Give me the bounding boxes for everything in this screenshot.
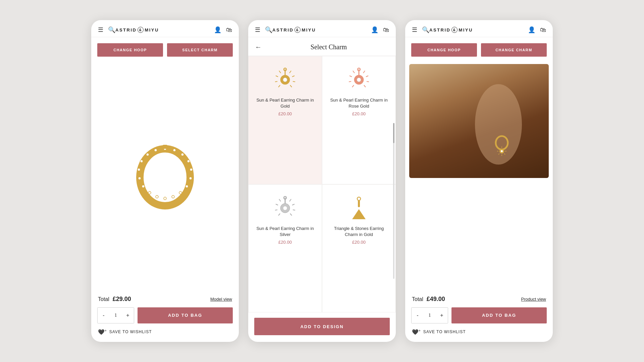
hamburger-icon-right[interactable]: ☰ [412, 26, 417, 34]
qty-minus-left[interactable]: - [98, 308, 110, 323]
add-to-design-button[interactable]: ADD TO DESIGN [254, 318, 390, 335]
svg-point-13 [142, 185, 145, 188]
qty-minus-right[interactable]: - [412, 308, 424, 323]
account-icon-middle[interactable]: 👤 [371, 26, 378, 34]
svg-line-34 [366, 76, 368, 77]
product-view-link-right[interactable]: Product view [521, 297, 546, 302]
account-icon-right[interactable]: 👤 [528, 26, 535, 34]
nav-left-middle: ☰ 🔍 [255, 26, 272, 34]
bag-icon-left[interactable]: 🛍 [226, 26, 232, 34]
svg-line-36 [364, 85, 366, 87]
charm-price-0: £20.00 [278, 111, 292, 116]
wishlist-row-right[interactable]: 🖤+ SAVE TO WISHLIST [405, 327, 553, 342]
charm-price-3: £20.00 [352, 240, 366, 245]
charm-price-1: £20.00 [352, 111, 366, 116]
qty-plus-left[interactable]: + [122, 308, 134, 323]
scrollbar-thumb [393, 123, 394, 143]
charm-cell-3[interactable]: Triangle & Stones Earring Charm in Gold … [322, 184, 396, 313]
svg-line-35 [367, 81, 369, 82]
svg-line-47 [293, 210, 295, 210]
model-photo-right [409, 64, 549, 178]
purchase-row-left: - 1 + ADD TO BAG [91, 305, 239, 327]
wishlist-row-left[interactable]: 🖤+ SAVE TO WISHLIST [91, 327, 239, 342]
total-label-left: Total [98, 296, 109, 302]
nav-left-right: ☰ 🔍 [412, 26, 429, 34]
model-view-link-left[interactable]: Model view [210, 297, 232, 302]
charm-name-1: Sun & Pearl Earring Charm in Rose Gold [328, 97, 390, 109]
hamburger-icon[interactable]: ☰ [98, 26, 103, 34]
svg-point-4 [187, 160, 190, 163]
svg-point-11 [156, 195, 158, 198]
add-to-bag-button-left[interactable]: ADD TO BAG [138, 307, 233, 323]
hoop-svg [125, 135, 205, 216]
scrollbar [393, 123, 394, 279]
charm-cell-1[interactable]: Sun & Pearl Earring Charm in Rose Gold £… [322, 56, 396, 184]
bag-icon-middle[interactable]: 🛍 [383, 26, 389, 34]
svg-line-48 [290, 214, 292, 216]
svg-point-30 [283, 78, 287, 82]
total-amount-right: £49.00 [427, 296, 445, 302]
svg-point-14 [138, 177, 141, 180]
brand-logo-right: ASTRID&MIYU [429, 27, 528, 33]
ampersand-circle-left: & [138, 27, 144, 33]
charm-price-2: £20.00 [278, 240, 292, 245]
charm-cell-2[interactable]: Sun & Pearl Earring Charm in Silver £20.… [248, 184, 322, 313]
change-charm-button-right[interactable]: CHANGE CHARM [481, 43, 547, 57]
qty-plus-right[interactable]: + [436, 308, 448, 323]
brand-logo-left: ASTRID&MIYU [115, 27, 214, 33]
charm-cell-0[interactable]: Sun & Pearl Earring Charm in Gold £20.00 [248, 56, 322, 184]
svg-line-28 [278, 85, 280, 87]
charm-name-3: Triangle & Stones Earring Charm in Gold [328, 226, 390, 238]
back-arrow-icon[interactable]: ← [255, 43, 265, 51]
ear-svg [468, 77, 529, 171]
total-row-left: Total £29.00 Model view [91, 292, 239, 305]
wishlist-label-right: SAVE TO WISHLIST [423, 329, 466, 334]
screen-left: ☰ 🔍 ASTRID&MIYU 👤 🛍 CHANGE HOOP SELECT C… [91, 20, 239, 342]
qty-control-right: - 1 + [411, 307, 448, 323]
svg-line-27 [275, 81, 277, 82]
heart-plus-icon-right: 🖤+ [412, 329, 421, 335]
svg-point-17 [146, 153, 149, 156]
search-icon[interactable]: 🔍 [108, 26, 115, 34]
model-image-area-right [405, 60, 553, 292]
nav-right-left: 👤 🛍 [214, 26, 232, 34]
svg-line-33 [363, 71, 365, 73]
nav-right-right: 👤 🛍 [528, 26, 546, 34]
select-charm-button-left[interactable]: SELECT CHARM [167, 43, 233, 57]
charm-name-0: Sun & Pearl Earring Charm in Gold [254, 97, 316, 109]
select-charm-header: ← Select Charm [248, 37, 396, 56]
svg-point-16 [140, 160, 143, 163]
svg-line-52 [278, 214, 280, 216]
ampersand-circle-right: & [451, 27, 458, 33]
svg-line-51 [275, 210, 277, 210]
purchase-row-right: - 1 + ADD TO BAG [405, 305, 553, 327]
charm-icon-gold-sun [272, 66, 299, 93]
add-to-bag-button-right[interactable]: ADD TO BAG [451, 307, 547, 323]
svg-line-37 [353, 71, 355, 73]
brand-logo-middle: ASTRID&MIYU [272, 27, 371, 33]
hamburger-icon-middle[interactable]: ☰ [255, 26, 260, 34]
change-hoop-button-left[interactable]: CHANGE HOOP [97, 43, 163, 57]
svg-point-9 [172, 195, 174, 198]
wishlist-label-left: SAVE TO WISHLIST [109, 329, 152, 334]
svg-point-12 [148, 191, 151, 194]
svg-rect-19 [163, 145, 167, 149]
bag-icon-right[interactable]: 🛍 [540, 26, 546, 34]
qty-value-left: 1 [110, 308, 122, 323]
screens-container: ☰ 🔍 ASTRID&MIYU 👤 🛍 CHANGE HOOP SELECT C… [0, 7, 644, 355]
screen-middle: ☰ 🔍 ASTRID&MIYU 👤 🛍 ← Select Charm [248, 20, 396, 342]
svg-line-49 [279, 199, 281, 201]
product-image-left [91, 60, 239, 292]
svg-point-8 [179, 191, 182, 194]
svg-marker-58 [352, 209, 366, 219]
account-icon-left[interactable]: 👤 [214, 26, 221, 34]
svg-line-23 [293, 81, 295, 82]
search-icon-middle[interactable]: 🔍 [265, 26, 272, 34]
search-icon-right[interactable]: 🔍 [422, 26, 429, 34]
svg-line-22 [292, 76, 294, 77]
svg-point-10 [164, 197, 166, 200]
change-hoop-button-right[interactable]: CHANGE HOOP [411, 43, 477, 57]
qty-value-right: 1 [424, 308, 436, 323]
svg-point-18 [154, 149, 157, 152]
nav-bar-right: ☰ 🔍 ASTRID&MIYU 👤 🛍 [405, 20, 553, 37]
